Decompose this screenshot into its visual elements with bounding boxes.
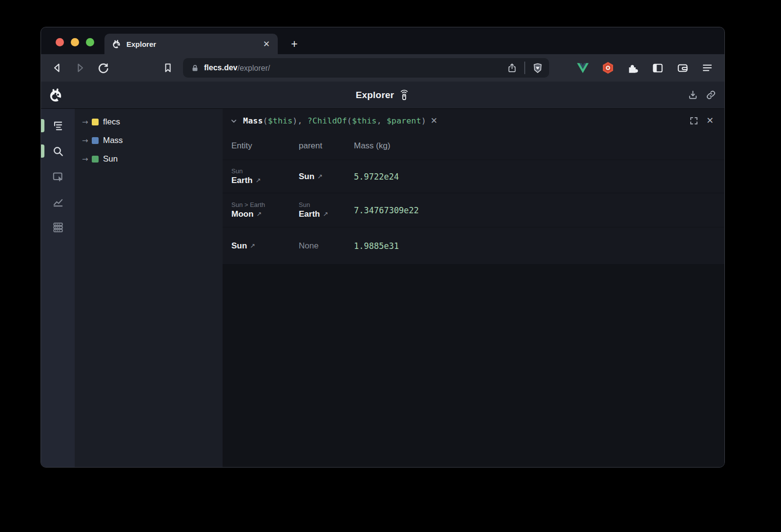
url-bar[interactable]: flecs.dev/explorer/ [183,58,549,78]
tree-panel-button[interactable] [52,120,64,132]
tool-sidebar [41,109,75,467]
open-entity-arrow-icon[interactable]: ↗ [255,177,261,184]
minimize-window-button[interactable] [71,38,79,46]
query-token: ( [347,116,352,125]
download-icon[interactable] [687,89,699,101]
query-token: ) [292,116,297,125]
extensions-puzzle-icon[interactable] [626,61,639,74]
extensions-area [576,61,718,74]
browser-toolbar: flecs.dev/explorer/ [41,54,724,82]
open-entity-arrow-icon[interactable]: ↗ [256,210,262,218]
share-icon[interactable] [507,62,517,73]
table-header-row: Entity parent Mass (kg) [223,132,724,160]
query-token: $parent [387,116,421,125]
entity-color-square [92,137,99,144]
log-panel-button[interactable] [52,221,64,234]
urlbar-separator [524,61,525,74]
expand-arrow-icon[interactable]: → [82,118,92,126]
traffic-lights [56,38,94,46]
table-row[interactable]: Sun > EarthMoon↗SunEarth↗7.34767309e22 [223,193,724,227]
entity-link[interactable]: Sun [299,171,314,182]
reload-button[interactable] [96,61,110,75]
browser-menu-icon[interactable] [701,61,714,74]
query-token: ?ChildOf [308,116,347,125]
forward-button[interactable] [73,61,87,75]
entity-link[interactable]: Moon [231,209,253,220]
entity-link[interactable]: Earth [231,175,252,186]
zoom-window-button[interactable] [86,38,94,46]
entity-link[interactable]: Earth [299,209,320,220]
new-tab-button[interactable]: + [287,37,302,51]
flecs-favicon-icon [111,39,122,49]
open-entity-arrow-icon[interactable]: ↗ [250,242,255,249]
open-entity-arrow-icon[interactable]: ↗ [317,173,323,180]
active-panel-indicator [41,119,44,132]
expand-arrow-icon[interactable]: → [82,155,92,164]
query-results-table: Entity parent Mass (kg) SunEarth↗Sun↗5.9… [223,132,724,265]
hexagon-extension-icon[interactable] [601,61,614,74]
tree-item-label: Mass [103,136,123,145]
tab-close-icon[interactable]: ✕ [263,39,270,49]
lock-icon [191,64,199,72]
close-panel-icon[interactable]: ✕ [706,115,714,126]
query-panel: Mass($this), ?ChildOf($this, $parent) ✕ … [223,109,724,467]
stats-panel-button[interactable] [52,196,64,208]
query-token: $this [268,116,293,125]
query-panel-empty-area [223,265,724,467]
explorer-header: Explorer [41,82,724,109]
table-row[interactable]: SunEarth↗Sun↗5.9722e24 [223,160,724,193]
query-token: , [377,116,387,125]
bookmark-icon[interactable] [161,61,175,75]
expand-arrow-icon[interactable]: → [82,136,92,145]
chevron-down-icon[interactable] [229,117,238,125]
mass-value: 5.9722e24 [354,172,724,182]
query-token: ( [263,116,268,125]
browser-tab-explorer[interactable]: Explorer ✕ [104,34,278,54]
inspector-panel-button[interactable] [52,170,64,183]
flecs-logo-icon [48,87,63,103]
tree-item-label: flecs [103,117,120,127]
query-clear-icon[interactable]: ✕ [431,116,437,126]
browser-window: Explorer ✕ + flecs.dev/explorer/ [41,27,725,468]
query-expression[interactable]: Mass($this), ?ChildOf($this, $parent) [243,116,426,125]
column-header-mass: Mass (kg) [354,141,724,151]
tab-strip: Explorer ✕ + [41,27,724,54]
tree-item-flecs[interactable]: →flecs [75,113,223,131]
query-header: Mass($this), ?ChildOf($this, $parent) ✕ … [223,109,724,132]
url-host: flecs.dev [204,63,237,72]
remote-connection-icon [399,89,410,101]
sidebar-toggle-icon[interactable] [651,61,664,74]
entity-color-square [92,119,99,125]
entity-tree-panel: →flecs→Mass→Sun [75,109,223,467]
column-header-entity: Entity [231,141,299,151]
entity-color-square [92,156,99,163]
query-token: $this [352,116,377,125]
query-token: Mass [243,116,263,125]
table-row[interactable]: Sun↗None1.9885e31 [223,227,724,265]
entity-link[interactable]: Sun [231,241,247,251]
query-panel-button[interactable] [52,145,64,158]
query-token: ) [421,116,426,125]
vue-devtools-icon[interactable] [576,61,589,74]
tab-title: Explorer [126,40,156,48]
brave-shield-icon[interactable] [532,62,543,74]
close-window-button[interactable] [56,38,64,46]
tree-item-sun[interactable]: →Sun [75,150,223,168]
back-button[interactable] [50,61,64,75]
tree-item-label: Sun [103,154,118,164]
tree-item-mass[interactable]: →Mass [75,131,223,150]
column-header-parent: parent [299,141,354,151]
entity-parent-path: Sun [299,201,351,208]
entity-parent-path: Sun [231,167,296,175]
active-panel-indicator [41,144,44,158]
open-entity-arrow-icon[interactable]: ↗ [323,210,328,218]
link-icon[interactable] [705,89,717,101]
query-token: , [298,116,308,125]
wallet-icon[interactable] [676,61,689,74]
entity-value-none: None [299,241,319,251]
entity-parent-path: Sun > Earth [231,201,296,208]
url-path: /explorer/ [237,64,270,72]
mass-value: 1.9885e31 [354,241,724,251]
fullscreen-icon[interactable] [689,116,699,125]
mass-value: 7.34767309e22 [354,205,724,215]
